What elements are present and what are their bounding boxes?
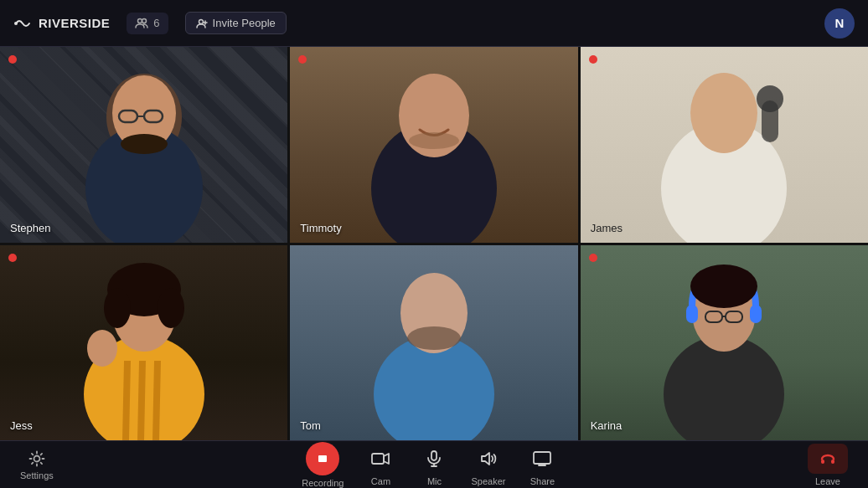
participant-name-timmoty: Timmoty [300,222,341,234]
svg-point-37 [690,265,757,308]
screen-share-icon [532,449,552,469]
james-silhouette [632,50,816,243]
cam-button[interactable]: Cam [364,444,397,486]
share-label: Share [530,476,555,486]
invite-people-button[interactable]: Invite People [185,12,287,34]
record-icon [316,452,329,465]
people-icon [135,17,148,30]
karina-silhouette [632,248,816,440]
riverside-logo-icon [13,14,32,33]
svg-point-24 [104,288,131,328]
svg-point-2 [142,18,147,23]
svg-point-15 [690,73,757,153]
video-cell-tom: Tom [290,245,577,441]
svg-point-17 [757,85,783,112]
mic-icon [417,444,451,474]
video-cell-karina: Karina [581,245,868,441]
phone-end-icon [819,449,837,468]
leave-button[interactable]: Leave [808,444,848,486]
svg-point-38 [34,455,39,461]
recording-dot-karina [589,254,597,262]
speaker-label: Speaker [471,476,505,486]
mic-label: Mic [427,476,442,486]
user-initial: N [835,16,845,30]
timmoty-silhouette [342,50,526,243]
recording-button[interactable]: Recording [302,442,344,488]
toolbar-center: Recording Cam Mic [302,442,559,488]
settings-label: Settings [20,470,54,480]
video-cell-timmoty: Timmoty [290,47,577,243]
svg-point-25 [158,288,184,328]
leave-label: Leave [815,476,840,486]
stephen-silhouette [52,50,236,243]
recording-dot-timmoty [298,55,307,64]
invite-label: Invite People [213,17,276,29]
svg-marker-44 [482,453,489,465]
svg-point-0 [14,22,18,25]
header: RIVERSIDE 6 Invite People N [0,0,868,47]
share-icon [525,444,559,474]
microphone-icon [424,449,444,469]
participant-name-jess: Jess [10,419,33,432]
person-add-icon [196,18,208,29]
logo: RIVERSIDE [13,14,110,33]
user-avatar[interactable]: N [824,8,855,39]
video-cell-james: James [581,47,868,243]
svg-rect-32 [686,305,698,323]
share-button[interactable]: Share [525,444,559,486]
svg-point-10 [121,134,168,154]
svg-rect-49 [831,460,834,464]
video-cell-stephen: Stephen [0,47,287,243]
svg-line-20 [141,361,142,440]
speaker-icon [472,444,505,474]
recording-icon [306,442,339,475]
cam-icon [364,444,397,474]
svg-line-19 [126,361,127,440]
svg-point-29 [407,326,461,350]
svg-point-26 [87,330,117,367]
participant-count: 6 [127,13,168,34]
svg-rect-45 [534,452,550,464]
svg-rect-40 [372,454,384,464]
volume-icon [478,449,499,469]
mic-button[interactable]: Mic [417,444,451,486]
tom-silhouette [342,248,526,440]
svg-point-13 [409,132,459,149]
gear-icon [28,449,46,468]
toolbar: Settings Recording Cam [0,440,868,488]
participant-name-stephen: Stephen [10,222,50,234]
recording-label: Recording [302,478,344,488]
cam-label: Cam [371,476,390,486]
recording-dot-james [589,55,597,64]
app-name: RIVERSIDE [39,16,110,30]
svg-line-21 [156,361,158,440]
camera-icon [370,449,390,469]
svg-rect-39 [318,455,327,462]
video-grid: Stephen Timmoty James [0,47,868,440]
participant-name-tom: Tom [300,419,321,432]
speaker-button[interactable]: Speaker [471,444,505,486]
svg-rect-48 [821,460,824,464]
svg-rect-41 [431,451,437,460]
settings-button[interactable]: Settings [20,449,54,480]
participant-name-karina: Karina [591,419,623,432]
header-left: RIVERSIDE 6 Invite People [13,12,287,34]
recording-dot-stephen [8,55,17,64]
svg-point-3 [199,19,203,23]
svg-rect-33 [750,305,762,323]
leave-icon [808,444,848,474]
video-cell-jess: Jess [0,245,287,441]
participant-count-number: 6 [153,17,159,29]
jess-silhouette [52,248,236,440]
participant-name-james: James [591,222,623,234]
recording-dot-jess [8,254,17,262]
